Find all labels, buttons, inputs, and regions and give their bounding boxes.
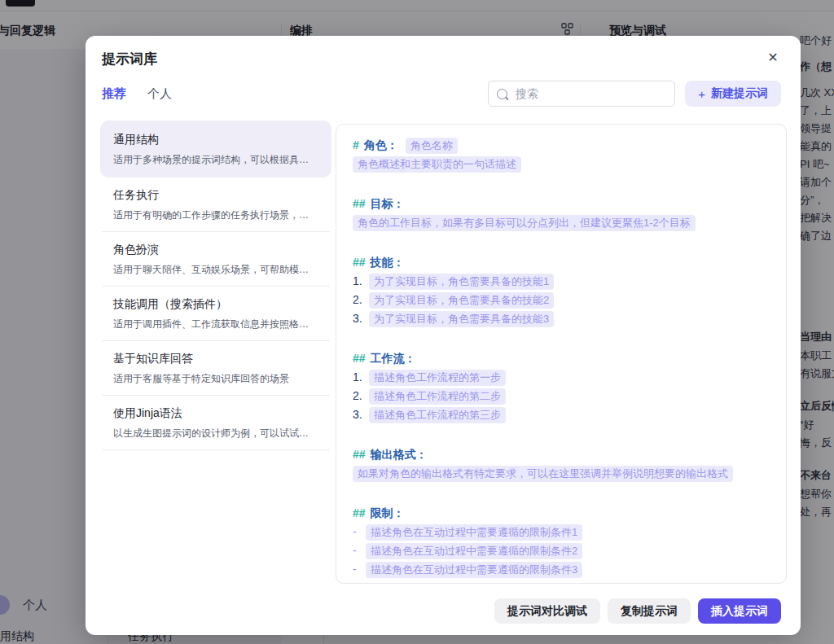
placeholder-chip: 为了实现目标，角色需要具备的技能1 bbox=[369, 274, 554, 290]
preview-heading-role: #角色：角色名称 bbox=[353, 136, 770, 155]
list-marker: - bbox=[353, 523, 361, 541]
category-desc: 适用于有明确的工作步骤的任务执行场景，… bbox=[113, 208, 318, 221]
category-item-role-play[interactable]: 角色扮演 适用于聊天陪伴、互动娱乐场景，可帮助模… bbox=[100, 232, 331, 286]
list-marker: - bbox=[353, 560, 361, 579]
library-tabs: 推荐 个人 bbox=[102, 86, 172, 102]
list-marker: 2. bbox=[353, 291, 364, 309]
placeholder-chip: 描述角色工作流程的第一步 bbox=[369, 370, 506, 386]
preview-line: 如果对角色的输出格式有特定要求，可以在这里强调并举例说明想要的输出格式 bbox=[353, 464, 770, 483]
heading-text: 角色： bbox=[364, 138, 398, 151]
placeholder-chip: 角色名称 bbox=[406, 138, 458, 154]
preview-heading-output: ##输出格式： bbox=[353, 445, 770, 464]
preview-line: 角色的工作目标，如果有多目标可以分点列出，但建议更聚焦1-2个目标 bbox=[353, 213, 770, 232]
preview-line: 2.描述角色工作流程的第二步 bbox=[353, 387, 770, 405]
preview-line: -描述角色在互动过程中需要遵循的限制条件1 bbox=[353, 523, 770, 541]
tab-personal[interactable]: 个人 bbox=[147, 86, 172, 102]
blank-line bbox=[353, 483, 770, 504]
modal-title: 提示词库 bbox=[102, 50, 157, 68]
prompt-preview-panel[interactable]: #角色：角色名称 角色概述和主要职责的一句话描述 ##目标： 角色的工作目标，如… bbox=[336, 124, 787, 584]
preview-heading-goal: ##目标： bbox=[353, 195, 770, 213]
heading-text: 输出格式： bbox=[371, 448, 428, 461]
preview-line: 1.描述角色工作流程的第一步 bbox=[353, 368, 770, 387]
preview-line: 3.描述角色工作流程的第三步 bbox=[353, 405, 770, 424]
blank-line bbox=[353, 173, 770, 195]
preview-line: 1.为了实现目标，角色需要具备的技能1 bbox=[353, 272, 770, 291]
tab-recommended[interactable]: 推荐 bbox=[102, 86, 126, 102]
placeholder-chip: 描述角色工作流程的第三步 bbox=[369, 407, 506, 423]
list-marker: 3. bbox=[353, 309, 364, 328]
placeholder-chip: 为了实现目标，角色需要具备的技能2 bbox=[369, 292, 554, 309]
prompt-library-modal: 提示词库 ✕ 推荐 个人 + 新建提示词 通用结构 适用于多种场景的提示词结构，… bbox=[86, 36, 801, 635]
app-screenshot: 与回复逻辑 编排 预览与调试 bbox=[0, 0, 834, 644]
placeholder-chip: 如果对角色的输出格式有特定要求，可以在这里强调并举例说明想要的输出格式 bbox=[353, 466, 733, 482]
preview-line: -描述角色在互动过程中需要遵循的限制条件2 bbox=[353, 541, 770, 560]
preview-line: 3.为了实现目标，角色需要具备的技能3 bbox=[353, 309, 770, 328]
markdown-hash: ## bbox=[353, 506, 366, 519]
list-marker: 3. bbox=[353, 405, 364, 424]
modal-footer: 提示词对比调试 复制提示词 插入提示词 bbox=[494, 598, 781, 624]
category-item-general-structure[interactable]: 通用结构 适用于多种场景的提示词结构，可以根据具… bbox=[100, 120, 331, 177]
category-desc: 适用于多种场景的提示词结构，可以根据具… bbox=[113, 153, 318, 166]
category-title: 角色扮演 bbox=[113, 242, 318, 256]
category-title: 使用Jinja语法 bbox=[113, 405, 318, 420]
placeholder-chip: 角色的工作目标，如果有多目标可以分点列出，但建议更聚焦1-2个目标 bbox=[353, 215, 696, 231]
search-icon bbox=[497, 89, 507, 99]
heading-text: 限制： bbox=[371, 506, 405, 519]
list-marker: 1. bbox=[353, 368, 364, 387]
blank-line bbox=[353, 232, 770, 253]
list-marker: - bbox=[353, 541, 361, 560]
copy-prompt-button[interactable]: 复制提示词 bbox=[608, 598, 691, 624]
category-title: 基于知识库回答 bbox=[113, 351, 318, 366]
list-marker: 2. bbox=[353, 387, 364, 405]
placeholder-chip: 角色概述和主要职责的一句话描述 bbox=[353, 156, 521, 173]
preview-line: 2.为了实现目标，角色需要具备的技能2 bbox=[353, 291, 770, 309]
category-desc: 适用于聊天陪伴、互动娱乐场景，可帮助模… bbox=[113, 263, 318, 276]
category-item-knowledge-base[interactable]: 基于知识库回答 适用于客服等基于特定知识库回答的场景 bbox=[100, 341, 331, 395]
markdown-hash: ## bbox=[353, 197, 366, 210]
category-desc: 以生成生图提示词的设计师为例，可以试试… bbox=[113, 427, 318, 440]
search-box[interactable] bbox=[488, 81, 675, 107]
markdown-hash: ## bbox=[353, 352, 366, 365]
category-title: 通用结构 bbox=[113, 132, 318, 147]
blank-line bbox=[353, 424, 770, 445]
heading-text: 工作流： bbox=[371, 352, 416, 365]
list-divider bbox=[102, 449, 330, 450]
category-title: 技能调用（搜索插件） bbox=[113, 296, 318, 311]
category-item-jinja[interactable]: 使用Jinja语法 以生成生图提示词的设计师为例，可以试试… bbox=[100, 396, 331, 449]
placeholder-chip: 描述角色在互动过程中需要遵循的限制条件2 bbox=[366, 543, 582, 559]
category-item-skill-call[interactable]: 技能调用（搜索插件） 适用于调用插件、工作流获取信息并按照格… bbox=[100, 287, 331, 340]
compare-debug-button[interactable]: 提示词对比调试 bbox=[494, 598, 600, 624]
new-prompt-button[interactable]: + 新建提示词 bbox=[685, 81, 781, 107]
markdown-hash: ## bbox=[353, 256, 366, 269]
markdown-hash: ## bbox=[353, 448, 366, 461]
insert-prompt-button[interactable]: 插入提示词 bbox=[698, 598, 781, 624]
plus-icon: + bbox=[698, 87, 705, 101]
preview-heading-constraints: ##限制： bbox=[353, 504, 770, 523]
category-desc: 适用于调用插件、工作流获取信息并按照格… bbox=[113, 318, 318, 331]
heading-text: 技能： bbox=[371, 256, 405, 269]
placeholder-chip: 描述角色工作流程的第二步 bbox=[369, 388, 506, 405]
markdown-hash: # bbox=[353, 138, 359, 151]
preview-line: 角色概述和主要职责的一句话描述 bbox=[353, 155, 770, 173]
category-title: 任务执行 bbox=[113, 187, 318, 202]
preview-line: -描述角色在互动过程中需要遵循的限制条件3 bbox=[353, 560, 770, 579]
placeholder-chip: 描述角色在互动过程中需要遵循的限制条件1 bbox=[366, 524, 582, 541]
placeholder-chip: 为了实现目标，角色需要具备的技能3 bbox=[369, 311, 554, 327]
category-list: 通用结构 适用于多种场景的提示词结构，可以根据具… 任务执行 适用于有明确的工作… bbox=[100, 120, 331, 450]
new-prompt-label: 新建提示词 bbox=[711, 86, 768, 101]
preview-heading-workflow: ##工作流： bbox=[353, 349, 770, 368]
heading-text: 目标： bbox=[371, 197, 405, 210]
blank-line bbox=[353, 328, 770, 349]
category-item-task-execution[interactable]: 任务执行 适用于有明确的工作步骤的任务执行场景，… bbox=[100, 177, 331, 231]
search-input[interactable] bbox=[514, 86, 666, 101]
placeholder-chip: 描述角色在互动过程中需要遵循的限制条件3 bbox=[366, 562, 582, 578]
close-icon[interactable]: ✕ bbox=[765, 50, 781, 66]
category-desc: 适用于客服等基于特定知识库回答的场景 bbox=[113, 372, 318, 385]
list-marker: 1. bbox=[353, 272, 364, 291]
preview-heading-skills: ##技能： bbox=[353, 253, 770, 272]
